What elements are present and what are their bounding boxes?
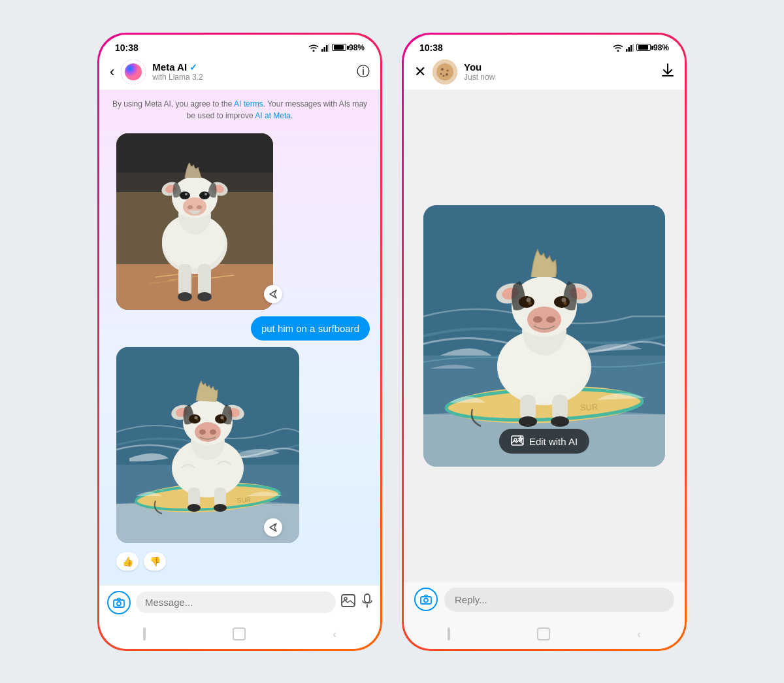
- svg-point-71: [436, 63, 453, 80]
- svg-rect-64: [365, 594, 370, 603]
- thumbs-down-button[interactable]: 👎: [144, 552, 166, 571]
- phone-1: 10:38 98% ‹: [99, 35, 380, 649]
- nav-title-2: You: [464, 61, 661, 73]
- reply-input-bar: [404, 582, 685, 622]
- nav-chevron-2: ‹: [637, 627, 641, 641]
- reaction-row: 👍 👎: [116, 552, 370, 571]
- home-indicator-1: ‹: [99, 622, 380, 649]
- edit-with-ai-label: Edit with AI: [529, 436, 578, 447]
- ai-surf-message-row: SUR: [110, 347, 370, 543]
- svg-point-48: [215, 414, 227, 424]
- svg-text:SUR: SUR: [237, 495, 252, 503]
- nav-subtitle-1: with Llama 3.2: [152, 73, 357, 82]
- svg-point-107: [424, 599, 428, 603]
- svg-point-54: [199, 429, 206, 435]
- status-bar-2: 10:38 98%: [404, 35, 685, 56]
- back-button[interactable]: ‹: [110, 63, 114, 80]
- close-button[interactable]: ✕: [414, 63, 426, 80]
- svg-point-47: [189, 414, 201, 424]
- svg-point-74: [440, 73, 442, 75]
- reply-input[interactable]: [444, 588, 674, 612]
- user-avatar: [433, 59, 457, 84]
- svg-rect-66: [626, 49, 628, 52]
- battery-icon-2: [636, 44, 651, 51]
- svg-rect-2: [326, 45, 328, 52]
- svg-point-26: [204, 193, 207, 195]
- nav-bar-1: ‹ Meta AI ✓: [99, 56, 380, 90]
- info-button[interactable]: ⓘ: [357, 63, 370, 80]
- send-icon-1[interactable]: [264, 285, 282, 303]
- svg-point-76: [443, 75, 445, 76]
- audio-icon[interactable]: [362, 593, 372, 611]
- svg-point-28: [188, 205, 193, 209]
- camera-button[interactable]: [107, 591, 131, 614]
- svg-point-61: [117, 601, 121, 605]
- status-time-2: 10:38: [419, 42, 443, 53]
- ai-meta-link[interactable]: AI at Meta: [255, 111, 291, 120]
- svg-point-55: [210, 429, 216, 435]
- full-image-view: SUR: [404, 90, 685, 582]
- camera-button-2[interactable]: [414, 588, 438, 611]
- svg-point-72: [441, 68, 444, 71]
- svg-point-92: [554, 296, 570, 308]
- status-icons-2: 98%: [613, 43, 669, 52]
- signal-icon-2: [626, 44, 634, 52]
- svg-point-33: [197, 292, 212, 301]
- nav-title-group: Meta AI ✓ with Llama 3.2: [152, 61, 357, 82]
- wifi-icon: [308, 44, 319, 52]
- gallery-icon[interactable]: [341, 594, 355, 610]
- user-message-row: put him on a surfboard: [110, 316, 370, 341]
- full-image-container[interactable]: SUR: [423, 205, 665, 467]
- wifi-icon-2: [613, 44, 623, 52]
- message-input[interactable]: [136, 591, 336, 613]
- svg-point-99: [546, 316, 555, 323]
- status-time-1: 10:38: [115, 42, 139, 53]
- phone-2: 10:38 98% ✕: [404, 35, 685, 649]
- user-bubble: put him on a surfboard: [251, 316, 370, 341]
- input-icons: [341, 593, 372, 611]
- goat-surf-image[interactable]: SUR: [116, 347, 299, 543]
- nav-chevron-1: ‹: [333, 627, 336, 641]
- send-icon-2[interactable]: [264, 518, 282, 537]
- download-button[interactable]: [661, 63, 674, 80]
- nav-subtitle-2: Just now: [464, 73, 661, 82]
- svg-rect-30: [178, 264, 191, 297]
- nav-square-1: [233, 627, 246, 641]
- edit-with-ai-button[interactable]: Edit with AI: [499, 429, 589, 454]
- svg-rect-31: [198, 264, 211, 297]
- svg-point-58: [188, 504, 201, 512]
- svg-rect-1: [323, 47, 325, 52]
- nav-gesture-1: [143, 627, 146, 641]
- edit-ai-icon: [511, 435, 524, 447]
- svg-point-51: [197, 418, 199, 420]
- svg-point-29: [197, 205, 202, 209]
- verified-badge: ✓: [189, 62, 197, 73]
- svg-point-94: [562, 298, 566, 303]
- svg-point-25: [185, 193, 188, 195]
- nav-gesture-2: [448, 627, 450, 641]
- input-bar-1: [99, 585, 380, 622]
- ai-terms-link[interactable]: AI terms: [234, 99, 263, 108]
- home-indicator-2: ‹: [404, 622, 685, 649]
- nav-square-2: [537, 627, 550, 641]
- svg-rect-3: [328, 44, 329, 52]
- status-icons-1: 98%: [308, 43, 365, 52]
- svg-point-96: [564, 302, 567, 305]
- terms-text: By using Meta AI, you agree to the AI te…: [110, 98, 370, 122]
- svg-point-75: [446, 73, 448, 76]
- ai-image-container: [116, 133, 273, 310]
- svg-point-91: [519, 296, 534, 308]
- svg-point-73: [447, 69, 449, 71]
- svg-point-98: [533, 316, 542, 323]
- svg-point-32: [178, 292, 192, 301]
- svg-rect-0: [321, 49, 323, 52]
- svg-rect-67: [628, 47, 630, 52]
- chat-content-1: By using Meta AI, you agree to the AI te…: [99, 90, 380, 585]
- goat-dirt-image[interactable]: [116, 133, 273, 310]
- ai-message-row: [110, 133, 370, 310]
- svg-point-52: [223, 418, 225, 420]
- svg-point-5: [125, 63, 142, 80]
- battery-icon-1: [332, 44, 346, 51]
- thumbs-up-button[interactable]: 👍: [116, 552, 139, 571]
- svg-rect-68: [630, 45, 632, 52]
